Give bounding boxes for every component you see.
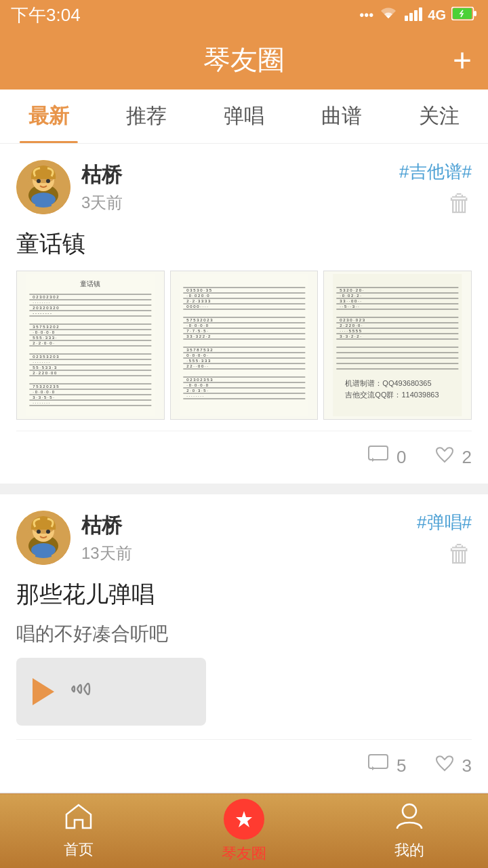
svg-text:· · · · · · · ·: · · · · · · · · — [33, 401, 49, 405]
svg-text:2 2 · · 0 0 · ·: 2 2 · · 0 0 · · — [186, 364, 208, 368]
battery-icon — [451, 7, 477, 24]
svg-text:吉他交流QQ群：114039863: 吉他交流QQ群：114039863 — [346, 391, 439, 399]
svg-text:· 0 · 0 2 0 · 0: · 0 · 0 2 0 · 0 — [186, 294, 209, 298]
post-1-like-count: 2 — [462, 447, 472, 468]
svg-text:· · 5 · · 3 · ·: · · 5 · · 3 · · — [340, 304, 360, 309]
tab-latest[interactable]: 最新 — [0, 90, 98, 143]
post-2-like-count: 3 — [462, 755, 472, 776]
signal-dots: ••• — [359, 7, 373, 23]
nav-home[interactable]: 首页 — [64, 802, 94, 860]
svg-text:3 3 · 3 2 2 · 2: 3 3 · 3 2 2 · 2 — [186, 334, 211, 338]
post-2-delete-button[interactable]: 🗑 — [447, 540, 472, 568]
tab-follow[interactable]: 关注 — [390, 90, 488, 143]
nav-mine[interactable]: 我的 — [394, 802, 424, 861]
svg-text:2 · 2 2 0 · 0 ·: 2 · 2 2 0 · 0 · — [340, 323, 363, 328]
svg-text:2 · 2 2 0 · 0 0: 2 · 2 2 0 · 0 0 — [33, 371, 57, 375]
svg-point-11 — [37, 179, 41, 183]
sheet-image-3[interactable]: 5 3 2 0 · 2 0 · · 0 · 0 2 · 2 · 3 3 · · … — [323, 271, 472, 420]
svg-text:· 0 · 0 · 0 · 0: · 0 · 0 · 0 · 0 — [33, 330, 54, 334]
tab-score[interactable]: 曲谱 — [293, 90, 390, 143]
svg-text:机谱制谱：QQ493680365: 机谱制谱：QQ493680365 — [346, 379, 432, 387]
post-1-time: 3天前 — [81, 192, 123, 214]
post-1-header: 枯桥 3天前 #吉他谱# 🗑 — [16, 160, 472, 218]
post-1-title: 童话镇 — [16, 229, 472, 260]
post-1-tag[interactable]: #吉他谱# — [399, 160, 472, 184]
nav-mine-label: 我的 — [394, 840, 424, 861]
tab-perform[interactable]: 弹唱 — [195, 90, 293, 143]
post-1-images: 童话镇 — [16, 271, 472, 420]
svg-rect-3 — [419, 7, 422, 21]
post-1-comment-action[interactable]: 0 — [368, 445, 406, 470]
svg-text:2 · 2 · 0 · 0 ·: 2 · 2 · 0 · 0 · — [33, 341, 54, 345]
like-icon — [434, 445, 455, 470]
post-2-comment-action[interactable]: 5 — [368, 753, 406, 778]
header-title: 琴友圈 — [203, 41, 285, 79]
sound-wave-icon — [65, 677, 92, 707]
post-2-avatar[interactable] — [16, 511, 70, 565]
status-time: 下午3:04 — [11, 3, 81, 27]
post-1-footer: 0 2 — [16, 431, 472, 484]
home-icon — [64, 802, 94, 835]
svg-text:5 7 5 3 2 0 2 3: 5 7 5 3 2 0 2 3 — [186, 318, 213, 322]
svg-text:0 2 3 5 3 2 0 3: 0 2 3 5 3 2 0 3 — [33, 355, 59, 359]
post-1-avatar[interactable] — [16, 160, 70, 214]
svg-text:- - - - - - - -: - - - - - - - - — [33, 311, 52, 315]
svg-text:· 0 · 0 · 0 · 0: · 0 · 0 · 0 · 0 — [33, 390, 54, 394]
svg-text:7 · 7 · 5 · 5 ·: 7 · 7 · 5 · 5 · — [186, 329, 208, 333]
svg-text:· 0 · 0 · 0 · 0: · 0 · 0 · 0 · 0 — [186, 323, 208, 328]
svg-text:5 5 · 5 3 3 · 3: 5 5 · 5 3 3 · 3 — [33, 366, 57, 370]
svg-rect-1 — [409, 13, 413, 21]
svg-text:7 5 3 2 0 2 3 5: 7 5 3 2 0 2 3 5 — [33, 384, 59, 389]
post-2-header: 枯桥 13天前 #弹唱# 🗑 — [16, 511, 472, 568]
svg-text:· · · · · · · ·: · · · · · · · · — [186, 394, 203, 398]
svg-rect-2 — [414, 10, 418, 21]
svg-text:2 · 2 · 3 3 3 3: 2 · 2 · 3 3 3 3 — [186, 299, 211, 303]
svg-text:3 · 3 · 5 · 5 ·: 3 · 3 · 5 · 5 · — [33, 395, 54, 399]
svg-text:童话镇: 童话镇 — [80, 280, 100, 288]
network-type: 4G — [428, 7, 446, 23]
nav-home-label: 首页 — [64, 840, 94, 860]
post-1-username: 枯桥 — [81, 161, 123, 189]
status-bar: 下午3:04 ••• 4G — [0, 0, 488, 30]
qinyouquan-icon — [224, 799, 264, 840]
svg-text:3 3 · · 0 0 · ·: 3 3 · · 0 0 · · — [340, 299, 362, 303]
post-2-username: 枯桥 — [81, 512, 132, 540]
add-post-button[interactable]: + — [453, 41, 472, 79]
post-1-comment-count: 0 — [396, 447, 406, 468]
tab-recommend[interactable]: 推荐 — [98, 90, 195, 143]
nav-qinyouquan-label: 琴友圈 — [222, 844, 266, 864]
svg-text:· · · · 5 5 5 5: · · · · 5 5 5 5 — [340, 329, 362, 333]
post-2-tag[interactable]: #弹唱# — [417, 511, 472, 534]
svg-rect-6 — [474, 11, 476, 16]
post-2-time: 13天前 — [81, 542, 132, 564]
svg-point-148 — [403, 804, 416, 818]
svg-marker-147 — [236, 811, 252, 827]
nav-qinyouquan[interactable]: 琴友圈 — [222, 799, 266, 864]
svg-text:0 2 3 0 2 3 5 3: 0 2 3 0 2 3 5 3 — [186, 378, 213, 382]
post-2-like-action[interactable]: 3 — [434, 753, 472, 778]
play-button[interactable] — [33, 678, 54, 705]
svg-text:· · · · · · · ·: · · · · · · · · — [33, 300, 49, 304]
post-2: 枯桥 13天前 #弹唱# 🗑 那些花儿弹唱 唱的不好凑合听吧 — [0, 494, 488, 792]
post-1-delete-button[interactable]: 🗑 — [447, 189, 472, 218]
post-1-like-action[interactable]: 2 — [434, 445, 472, 470]
svg-text:2 · 0 · 3 · 5 ·: 2 · 0 · 3 · 5 · — [186, 389, 208, 393]
svg-text:· 0 · 0 · 0 · 0: · 0 · 0 · 0 · 0 — [186, 383, 208, 387]
svg-text:0 2 3 0 · 0 2 3: 0 2 3 0 · 0 2 3 — [340, 318, 365, 322]
post-2-footer: 5 3 — [16, 739, 472, 792]
sheet-image-1[interactable]: 童话镇 — [16, 271, 165, 420]
comment-icon-2 — [368, 753, 390, 778]
svg-rect-115 — [369, 446, 388, 460]
svg-text:· 5 5 5 · 3 3 3: · 5 5 5 · 3 3 3 — [186, 359, 211, 363]
svg-point-120 — [37, 530, 41, 534]
signal-bars — [403, 6, 422, 24]
wifi-icon — [379, 6, 398, 24]
sheet-image-2[interactable]: 0 3 5 3 0 · 3 5 · 0 · 0 2 0 · 0 2 · 2 · … — [170, 271, 319, 420]
header: 琴友圈 + — [0, 30, 488, 90]
status-icons: ••• 4G — [359, 6, 477, 24]
svg-text:5 5 5 · 3 3 3 ·: 5 5 5 · 3 3 3 · — [33, 336, 56, 340]
audio-player[interactable] — [16, 658, 206, 726]
svg-text:3 · 3 · 2 · 2 ·: 3 · 3 · 2 · 2 · — [340, 334, 362, 338]
user-icon — [396, 802, 423, 836]
svg-rect-123 — [369, 755, 388, 768]
